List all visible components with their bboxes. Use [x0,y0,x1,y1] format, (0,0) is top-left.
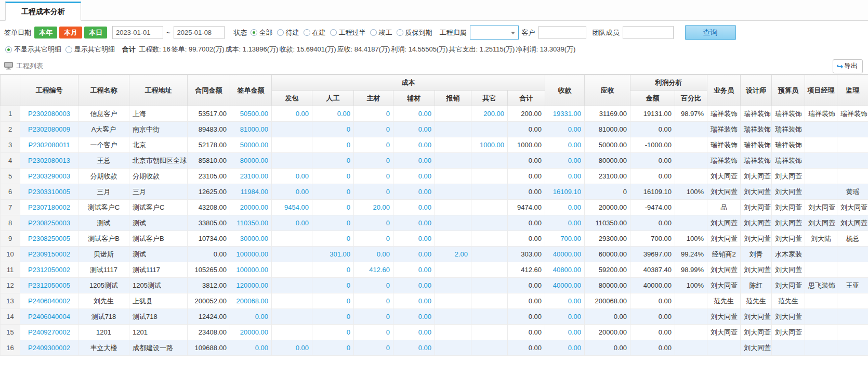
status-option[interactable]: 质保到期 [397,28,432,37]
aux_mat-cell[interactable]: 0.00 [393,169,435,184]
outsource-cell[interactable]: 0.00 [272,184,312,200]
received-cell[interactable]: 0.00 [545,169,585,184]
outsource-cell[interactable]: 9454.00 [272,200,312,215]
outsource-cell[interactable]: 0.00 [272,169,312,184]
main_mat-cell[interactable]: 0 [354,293,393,309]
main_mat-cell[interactable]: 0 [354,153,393,169]
status-radio-icon[interactable] [330,29,337,36]
search-button[interactable]: 查询 [685,25,736,40]
aux_mat-cell[interactable]: 0.00 [393,262,435,278]
project-code-link[interactable]: P2302080003 [20,106,78,122]
tab-project-cost-analysis[interactable]: 工程成本分析 [5,2,81,21]
received-cell[interactable]: 16109.10 [545,184,585,200]
project-code-link[interactable]: P2307180002 [20,200,78,215]
main_mat-cell[interactable]: 0 [354,169,393,184]
team-member-input[interactable] [623,26,674,39]
project-code-link[interactable]: P2308250005 [20,231,78,247]
aux_mat-cell[interactable]: 0.00 [393,137,435,153]
detail-display-radio-icon[interactable] [65,46,72,53]
aux_mat-cell[interactable]: 0.00 [393,106,435,122]
project-code-link[interactable]: P2409270002 [20,325,78,340]
aux_mat-cell[interactable]: 0.00 [393,340,435,356]
project-code-link[interactable]: P2312050005 [20,278,78,293]
status-option[interactable]: 竣工 [370,28,392,37]
reimburse-cell[interactable]: 2.00 [435,247,471,262]
received-cell[interactable]: 0.00 [545,215,585,231]
labor-cell[interactable]: 0.00 [312,106,354,122]
received-cell[interactable]: 19331.00 [545,106,585,122]
status-radio-icon[interactable] [277,29,284,36]
aux_mat-cell[interactable]: 0.00 [393,309,435,325]
labor-cell[interactable]: 0 [312,278,354,293]
aux_mat-cell[interactable]: 0.00 [393,278,435,293]
project-code-link[interactable]: P2406040004 [20,309,78,325]
project-code-link[interactable]: P2303290003 [20,169,78,184]
project-code-link[interactable]: P2302080013 [20,153,78,169]
sign-cell[interactable]: 110350.00 [230,215,272,231]
aux_mat-cell[interactable]: 0.00 [393,247,435,262]
sign-cell[interactable]: 100000.00 [230,247,272,262]
main_mat-cell[interactable]: 0 [354,278,393,293]
sign-cell[interactable]: 81000.00 [230,122,272,137]
labor-cell[interactable]: 0 [312,262,354,278]
status-option[interactable]: 待建 [277,28,299,37]
main_mat-cell[interactable]: 0 [354,309,393,325]
received-cell[interactable]: 700.00 [545,231,585,247]
main_mat-cell[interactable]: 412.60 [354,262,393,278]
received-cell[interactable]: 0.00 [545,325,585,340]
export-button[interactable]: ↪ 导出 [833,59,863,73]
labor-cell[interactable]: 0 [312,153,354,169]
outsource-cell[interactable]: 0.00 [272,215,312,231]
sign-cell[interactable]: 23100.00 [230,169,272,184]
sign-cell[interactable]: 20000.00 [230,325,272,340]
date-from-input[interactable] [112,26,163,39]
received-cell[interactable]: 40800.00 [545,262,585,278]
customer-input[interactable] [538,26,586,39]
aux_mat-cell[interactable]: 0.00 [393,200,435,215]
project-code-link[interactable]: P2308250003 [20,215,78,231]
project-code-link[interactable]: P2312050002 [20,262,78,278]
sign-cell[interactable]: 100000.00 [230,262,272,278]
other-cell[interactable]: 1000.00 [471,137,508,153]
main_mat-cell[interactable]: 0 [354,137,393,153]
quick-range-button[interactable]: 本月 [59,27,82,38]
aux_mat-cell[interactable]: 0.00 [393,231,435,247]
sign-cell[interactable]: 0.00 [230,340,272,356]
quick-range-button[interactable]: 本年 [34,27,57,38]
outsource-cell[interactable]: 0.00 [272,340,312,356]
status-option[interactable]: 工程过半 [330,28,366,37]
project-code-link[interactable]: P2302080009 [20,122,78,137]
sign-cell[interactable]: 200068.00 [230,293,272,309]
aux_mat-cell[interactable]: 0.00 [393,184,435,200]
main_mat-cell[interactable]: 20.00 [354,200,393,215]
sign-cell[interactable]: 20000.00 [230,200,272,215]
sign-cell[interactable]: 50500.00 [230,106,272,122]
aux_mat-cell[interactable]: 0.00 [393,153,435,169]
detail-display-option[interactable]: 不显示其它明细 [5,45,61,54]
received-cell[interactable]: 40000.00 [545,247,585,262]
project-code-link[interactable]: P2406040002 [20,293,78,309]
main_mat-cell[interactable]: 0 [354,215,393,231]
sign-cell[interactable]: 0.00 [230,309,272,325]
other-cell[interactable]: 200.00 [471,106,508,122]
sign-cell[interactable]: 30000.00 [230,231,272,247]
quick-range-button[interactable]: 本日 [84,27,107,38]
labor-cell[interactable]: 0 [312,137,354,153]
detail-display-option[interactable]: 显示其它明细 [65,45,115,54]
labor-cell[interactable]: 0 [312,184,354,200]
aux_mat-cell[interactable]: 0.00 [393,293,435,309]
labor-cell[interactable]: 0 [312,200,354,215]
main_mat-cell[interactable]: 0 [354,122,393,137]
main_mat-cell[interactable]: 0 [354,325,393,340]
project-code-link[interactable]: P2302080011 [20,137,78,153]
status-radio-icon[interactable] [397,29,403,36]
labor-cell[interactable]: 0 [312,340,354,356]
labor-cell[interactable]: 0 [312,293,354,309]
status-option[interactable]: 在建 [304,28,326,37]
project-code-link[interactable]: P2309150002 [20,247,78,262]
labor-cell[interactable]: 0 [312,231,354,247]
project-code-link[interactable]: P2409300002 [20,340,78,356]
received-cell[interactable]: 0.00 [545,293,585,309]
aux_mat-cell[interactable]: 0.00 [393,215,435,231]
aux_mat-cell[interactable]: 0.00 [393,122,435,137]
